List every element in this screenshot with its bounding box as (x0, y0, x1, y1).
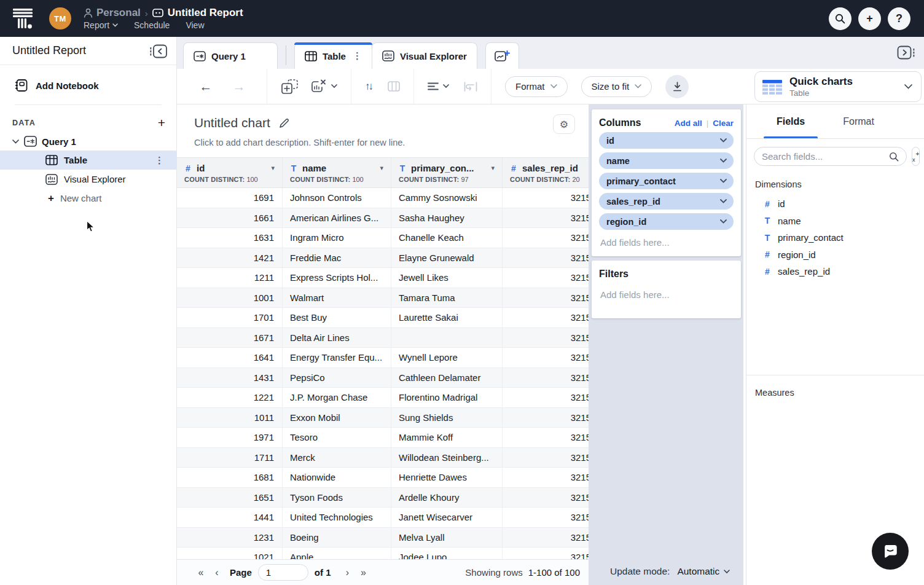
add-notebook-button[interactable]: Add Notebook (0, 65, 176, 92)
sidebar-item-visual-explorer[interactable]: Visual Explorer (0, 170, 176, 189)
app-logo-icon[interactable] (12, 7, 33, 29)
manage-columns-button[interactable] (388, 81, 400, 92)
cell-primary_con...[interactable]: Cathleen Delamater (391, 368, 503, 388)
cell-name[interactable]: Merck (283, 448, 391, 468)
column-pill-id[interactable]: id (599, 132, 734, 149)
cell-primary_con...[interactable]: Sasha Haughey (391, 208, 503, 228)
cell-name[interactable]: J.P. Morgan Chase (283, 388, 391, 407)
cell-name[interactable]: Boeing (283, 528, 391, 548)
quick-charts-dropdown[interactable]: Quick charts Table (754, 71, 922, 102)
tab-options-kebab-icon[interactable]: ⋮ (353, 50, 362, 61)
add-all-link[interactable]: Add all (675, 119, 702, 128)
pill-chevron[interactable] (720, 159, 727, 163)
sort-rows-button[interactable]: ↑↓ (365, 80, 372, 93)
cell-name[interactable]: Best Buy (283, 308, 391, 328)
delete-chart-button[interactable] (310, 79, 337, 95)
column-menu-caret-icon[interactable]: ▾ (380, 164, 383, 172)
cell-primary_con...[interactable]: Cammy Sosnowski (391, 188, 503, 208)
cell-name[interactable]: American Airlines G... (283, 208, 391, 228)
search-fields-box[interactable] (754, 147, 907, 166)
collapse-sidebar-icon[interactable] (149, 43, 168, 59)
column-header-primary_con...[interactable]: Tprimary_con...▾COUNT DISTINCT: 97 (391, 158, 503, 187)
breadcrumb-workspace[interactable]: Personal (84, 7, 141, 19)
download-button[interactable] (665, 75, 689, 98)
chart-title[interactable]: Untitled chart (194, 116, 270, 130)
prev-page-button[interactable]: ‹ (209, 567, 225, 578)
cell-primary_con...[interactable]: Henriette Dawes (391, 468, 503, 487)
search-button[interactable] (829, 7, 852, 30)
cell-primary_con...[interactable]: Laurette Sakai (391, 308, 503, 328)
tab-format[interactable]: Format (841, 104, 876, 138)
sidebar-item-new-chart[interactable]: + New chart (0, 189, 176, 208)
cell-primary_con...[interactable]: Tamara Tuma (391, 288, 503, 308)
add-button[interactable]: + (858, 7, 881, 30)
dimension-id[interactable]: #id (746, 195, 924, 213)
edit-pencil-icon[interactable] (279, 118, 289, 128)
cell-name[interactable]: Express Scripts Hol... (283, 268, 391, 288)
cell-primary_con...[interactable]: Sung Shields (391, 408, 503, 428)
tab-fields[interactable]: Fields (775, 104, 807, 138)
cell-id[interactable]: 1651 (177, 488, 283, 508)
pill-chevron[interactable] (720, 199, 727, 203)
next-page-button[interactable]: › (340, 567, 356, 578)
cell-primary_con...[interactable]: Elayne Grunewald (391, 248, 503, 268)
sidebar-item-table[interactable]: Table ⋮ (0, 151, 176, 170)
add-data-button[interactable]: + (158, 119, 165, 127)
avatar[interactable]: TM (49, 7, 71, 29)
redo-button[interactable]: → (225, 79, 253, 94)
cell-id[interactable]: 1711 (177, 448, 283, 468)
cell-id[interactable]: 1701 (177, 308, 283, 328)
breadcrumb-report[interactable]: Untitled Report (152, 7, 243, 19)
expand-panel-icon[interactable] (897, 44, 915, 60)
undo-button[interactable]: ← (192, 79, 220, 94)
dimension-primary_contact[interactable]: Tprimary_contact (746, 229, 924, 246)
cell-id[interactable]: 1671 (177, 328, 283, 348)
cell-primary_con...[interactable]: Chanelle Keach (391, 228, 503, 248)
tab-table[interactable]: Table ⋮ (294, 42, 372, 69)
dimension-region_id[interactable]: #region_id (746, 246, 924, 264)
tab-query-1[interactable]: Query 1 (183, 42, 278, 69)
cell-name[interactable]: Freddie Mac (283, 248, 391, 268)
cell-id[interactable]: 1681 (177, 468, 283, 487)
cell-name[interactable]: Apple (283, 548, 391, 559)
column-pill-name[interactable]: name (599, 152, 734, 169)
cell-name[interactable]: Tesoro (283, 428, 391, 447)
cell-id[interactable]: 1021 (177, 548, 283, 559)
wrap-text-button[interactable] (464, 82, 477, 92)
cell-id[interactable]: 1971 (177, 428, 283, 447)
update-mode-select[interactable]: Automatic (677, 566, 730, 577)
duplicate-chart-button[interactable] (281, 79, 299, 95)
column-header-name[interactable]: Tname▾COUNT DISTINCT: 100 (283, 158, 391, 187)
cell-primary_con...[interactable]: Melva Lyall (391, 528, 503, 548)
cell-primary_con...[interactable]: Wynell Lepore (391, 348, 503, 367)
cell-name[interactable]: Delta Air Lines (283, 328, 391, 348)
cell-primary_con...[interactable] (391, 328, 503, 348)
pill-chevron[interactable] (720, 179, 727, 183)
cell-name[interactable]: PepsiCo (283, 368, 391, 388)
cell-id[interactable]: 1001 (177, 288, 283, 308)
cell-id[interactable]: 1431 (177, 368, 283, 388)
chart-description-placeholder[interactable]: Click to add chart description. Shift-en… (194, 138, 405, 147)
column-pill-primary_contact[interactable]: primary_contact (599, 173, 734, 189)
cell-id[interactable]: 1421 (177, 248, 283, 268)
cell-id[interactable]: 1441 (177, 508, 283, 527)
cell-name[interactable]: Johnson Controls (283, 188, 391, 208)
column-header-id[interactable]: #id▾COUNT DISTINCT: 100 (177, 158, 283, 187)
cell-name[interactable]: United Technologies (283, 508, 391, 527)
cell-primary_con...[interactable]: Ardelle Khoury (391, 488, 503, 508)
cell-primary_con...[interactable]: Florentino Madrigal (391, 388, 503, 407)
column-menu-caret-icon[interactable]: ▾ (491, 164, 495, 172)
page-number-input[interactable] (258, 564, 308, 581)
cell-primary_con...[interactable]: Jewell Likes (391, 268, 503, 288)
cell-id[interactable]: 1011 (177, 408, 283, 428)
menu-report[interactable]: Report (84, 20, 118, 30)
cell-primary_con...[interactable]: Willodean Steinberg... (391, 448, 503, 468)
menu-view[interactable]: View (186, 20, 204, 30)
cell-id[interactable]: 1691 (177, 188, 283, 208)
cell-id[interactable]: 1641 (177, 348, 283, 367)
cell-name[interactable]: Ingram Micro (283, 228, 391, 248)
menu-schedule[interactable]: Schedule (134, 20, 170, 30)
chart-settings-button[interactable]: ⚙ (553, 114, 575, 134)
cell-id[interactable]: 1661 (177, 208, 283, 228)
cell-primary_con...[interactable]: Janett Wisecarver (391, 508, 503, 527)
